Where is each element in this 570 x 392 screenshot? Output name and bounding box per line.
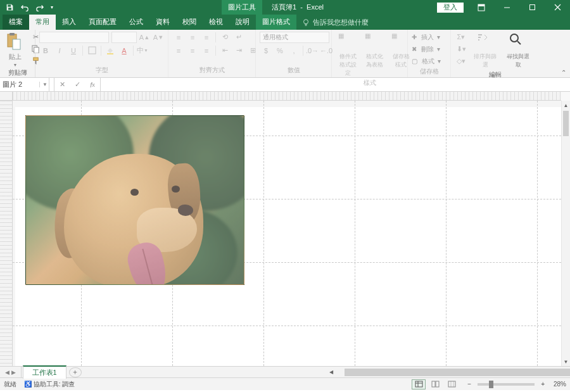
normal-view-button[interactable]	[412, 379, 426, 389]
cancel-formula-button[interactable]: ✕	[54, 78, 70, 91]
tab-review[interactable]: 校閱	[176, 15, 203, 30]
accounting-format-button[interactable]: $	[260, 45, 272, 56]
sign-in-button[interactable]: 登入	[437, 3, 464, 13]
paste-button[interactable]: 貼上 ▼	[4, 31, 27, 68]
font-color-button[interactable]: A	[118, 45, 130, 56]
accessibility-status[interactable]: ♿ 協助工具: 調查	[24, 380, 75, 389]
border-button[interactable]	[86, 45, 98, 56]
minimize-button[interactable]	[494, 0, 519, 15]
fill-color-button[interactable]	[104, 45, 117, 56]
underline-button[interactable]: U	[67, 45, 80, 56]
page-break-icon	[448, 381, 456, 388]
tab-formulas[interactable]: 公式	[123, 15, 149, 30]
tab-home[interactable]: 常用	[29, 15, 56, 30]
format-painter-button[interactable]	[29, 55, 42, 66]
align-top-button[interactable]: ≡	[172, 32, 185, 43]
name-box[interactable]: 圖片 2 ▼	[0, 78, 49, 91]
qat-customize-button[interactable]: ▾	[48, 1, 56, 15]
merge-button[interactable]: ⊞	[246, 45, 259, 56]
horizontal-scroll-thumb[interactable]	[345, 369, 570, 376]
tab-picture-format[interactable]: 圖片格式	[256, 15, 296, 30]
format-cells-button[interactable]: 格式	[422, 57, 434, 66]
zoom-in-button[interactable]: +	[541, 381, 545, 388]
cut-button[interactable]: ✂	[29, 31, 42, 42]
align-center-button[interactable]: ≡	[186, 45, 199, 56]
page-break-view-button[interactable]	[445, 379, 459, 389]
increase-indent-button[interactable]: ⇥	[232, 45, 245, 56]
paste-icon	[6, 32, 25, 51]
ribbon-tabs: 檔案 常用 插入 頁面配置 公式 資料 校閱 檢視 說明 圖片格式 告訴我您想做…	[0, 15, 570, 30]
align-left-button[interactable]: ≡	[172, 45, 185, 56]
fill-button[interactable]: ⬇▾	[455, 43, 467, 54]
redo-button[interactable]	[33, 1, 47, 15]
page-layout-view-button[interactable]	[428, 379, 442, 389]
align-right-button[interactable]: ≡	[200, 45, 213, 56]
enter-formula-button[interactable]: ✓	[70, 78, 85, 91]
tab-page-layout[interactable]: 頁面配置	[82, 15, 123, 30]
increase-decimal-button[interactable]: .0→	[306, 45, 319, 56]
number-format-dropdown[interactable]: 通用格式	[260, 32, 329, 43]
new-sheet-button[interactable]: ＋	[69, 367, 82, 377]
status-bar: 就緒 ♿ 協助工具: 調查 − + 28%	[0, 377, 570, 390]
comma-format-button[interactable]: ,	[288, 45, 300, 56]
tab-view[interactable]: 檢視	[203, 15, 229, 30]
clear-button[interactable]: ◇▾	[455, 55, 467, 66]
find-select-button[interactable]: 尋找與選取	[503, 31, 533, 70]
vertical-scrollbar[interactable]: ▲ ▼	[561, 101, 570, 366]
increase-font-button[interactable]: A▲	[138, 32, 151, 43]
paintbrush-icon	[32, 57, 40, 65]
number-group-label: 數值	[260, 66, 327, 76]
orientation-button[interactable]: ⟲	[218, 32, 231, 43]
tab-file[interactable]: 檔案	[3, 15, 29, 30]
percent-format-button[interactable]: %	[274, 45, 286, 56]
zoom-level[interactable]: 28%	[547, 381, 566, 388]
autosum-button[interactable]: Σ▾	[455, 31, 467, 42]
sheet-tab-1[interactable]: 工作表1	[23, 365, 66, 379]
tell-me-search[interactable]: 告訴我您想做什麼	[296, 15, 374, 30]
editing-group-label: 編輯	[455, 70, 536, 80]
insert-cells-button[interactable]: 插入	[421, 33, 434, 42]
copy-button[interactable]	[29, 43, 42, 54]
collapse-ribbon-button[interactable]: ⌃	[561, 69, 566, 76]
tab-insert[interactable]: 插入	[56, 15, 82, 30]
align-middle-button[interactable]: ≡	[186, 32, 199, 43]
maximize-button[interactable]	[519, 0, 545, 15]
scroll-up-button[interactable]: ▲	[562, 101, 570, 110]
svg-rect-0	[8, 4, 11, 6]
worksheet-canvas[interactable]	[13, 101, 561, 366]
svg-rect-1	[8, 8, 11, 9]
tab-data[interactable]: 資料	[149, 15, 176, 30]
decrease-indent-button[interactable]: ⇤	[218, 45, 231, 56]
undo-button[interactable]	[18, 1, 32, 15]
sheet-nav[interactable]: ◀ ▶	[0, 367, 22, 377]
close-button[interactable]	[545, 0, 570, 15]
sort-filter-button[interactable]: 排序與篩選	[470, 31, 500, 70]
delete-cells-button[interactable]: 刪除	[421, 45, 434, 54]
zoom-slider-handle[interactable]	[489, 381, 493, 388]
save-button[interactable]	[3, 1, 16, 15]
zoom-out-button[interactable]: −	[467, 381, 471, 388]
zoom-slider[interactable]	[478, 383, 535, 386]
scroll-down-button[interactable]: ▼	[562, 357, 570, 366]
worksheet-area: ▲ ▼	[0, 92, 570, 366]
decrease-decimal-button[interactable]: ←.0	[320, 45, 332, 56]
cell-styles-button[interactable]: ▦儲存格樣式	[389, 31, 413, 70]
align-bottom-button[interactable]: ≡	[200, 32, 213, 43]
vertical-scroll-thumb[interactable]	[563, 111, 569, 136]
name-box-dropdown-icon[interactable]: ▼	[39, 82, 48, 87]
sort-filter-icon	[476, 32, 495, 51]
conditional-formatting-button[interactable]: ▦條件式格式設定	[336, 31, 360, 79]
decrease-font-button[interactable]: A▼	[152, 32, 165, 43]
window-title: 活頁簿1 - Excel	[246, 3, 324, 12]
horizontal-scrollbar[interactable]: ◀ ▶	[327, 368, 561, 376]
select-all-corner[interactable]	[0, 92, 13, 101]
wrap-text-button[interactable]: ↵	[232, 32, 245, 43]
format-as-table-button[interactable]: ▦格式化為表格	[362, 31, 386, 70]
ribbon-display-options-button[interactable]	[469, 0, 494, 15]
scroll-left-button[interactable]: ◀	[327, 368, 336, 377]
phonetic-button[interactable]: 中▼	[136, 45, 149, 56]
inserted-picture[interactable]	[25, 115, 244, 285]
italic-button[interactable]: I	[53, 45, 66, 56]
tab-help[interactable]: 說明	[229, 15, 256, 30]
insert-function-button[interactable]: fx	[85, 78, 100, 91]
